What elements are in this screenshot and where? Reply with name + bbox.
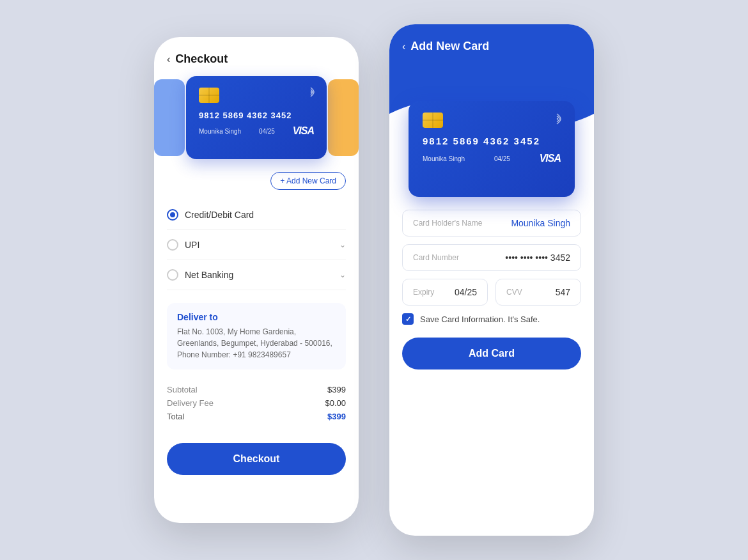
visa-logo: VISA xyxy=(293,125,314,137)
checkout-btn-container: Checkout xyxy=(154,433,359,493)
card-number-label: Card Number xyxy=(413,253,459,262)
add-card-title: Add New Card xyxy=(410,40,489,53)
subtotal-label: Subtotal xyxy=(167,385,198,394)
deliver-title: Deliver to xyxy=(177,312,336,322)
payment-option-netbanking[interactable]: Net Banking ⌄ xyxy=(167,260,346,290)
radio-netbanking xyxy=(167,269,178,281)
add-card-back-button[interactable]: ‹ xyxy=(402,41,405,52)
upi-label: UPI xyxy=(185,240,199,250)
card-number-value: •••• •••• •••• 3452 xyxy=(505,253,570,263)
card-number-field[interactable]: Card Number •••• •••• •••• 3452 xyxy=(402,244,581,271)
total-label: Total xyxy=(167,412,184,421)
card-carousel: 9812 5869 4362 3452 Mounika Singh 04/25 … xyxy=(154,76,359,167)
contactless-icon xyxy=(304,85,318,102)
netbanking-chevron-icon: ⌄ xyxy=(339,270,346,279)
holder-name-label: Card Holder's Name xyxy=(413,219,482,228)
holder-name-field[interactable]: Card Holder's Name Mounika Singh xyxy=(402,210,581,237)
save-card-checkbox[interactable] xyxy=(402,313,414,325)
expiry-value: 04/25 xyxy=(455,287,477,297)
cvv-label: CVV xyxy=(506,288,522,297)
add-new-card-area: + Add New Card xyxy=(154,167,359,195)
back-button[interactable]: ‹ xyxy=(167,54,170,65)
card-peek-left[interactable] xyxy=(154,79,185,156)
card-name-display: Mounika Singh xyxy=(199,128,241,135)
netbanking-label: Net Banking xyxy=(185,270,233,280)
add-new-card-button[interactable]: + Add New Card xyxy=(270,172,346,190)
add-card-contactless-icon xyxy=(549,111,565,130)
card-overlap-area: 9812 5869 4362 3452 Mounika Singh 04/25 … xyxy=(402,101,581,197)
delivery-fee-row: Delivery Fee $0.00 xyxy=(167,398,346,408)
card-peek-right[interactable] xyxy=(328,79,359,156)
deliver-section: Deliver to Flat No. 1003, My Home Garden… xyxy=(167,303,346,369)
credit-card-main[interactable]: 9812 5869 4362 3452 Mounika Singh 04/25 … xyxy=(186,76,327,159)
save-card-label: Save Card Information. It's Safe. xyxy=(420,315,540,324)
save-card-row[interactable]: Save Card Information. It's Safe. xyxy=(402,313,581,325)
checkout-title: Checkout xyxy=(175,52,228,66)
order-summary: Subtotal $399 Delivery Fee $0.00 Total $… xyxy=(154,377,359,433)
checkout-phone: ‹ Checkout 9812 5869 4362 3452 xyxy=(154,37,359,523)
radio-credit-selected xyxy=(167,209,178,221)
add-card-name-display: Mounika Singh xyxy=(423,155,465,162)
radio-upi xyxy=(167,239,178,251)
add-card-phone: ‹ Add New Card xyxy=(389,24,594,536)
card-number-display: 9812 5869 4362 3452 xyxy=(199,111,314,120)
cvv-value: 547 xyxy=(556,287,570,297)
expiry-label: Expiry xyxy=(413,288,434,297)
card-expiry-display: 04/25 xyxy=(259,128,275,135)
total-row: Total $399 xyxy=(167,412,346,421)
expiry-cvv-row: Expiry 04/25 CVV 547 xyxy=(402,279,581,306)
credit-debit-label: Credit/Debit Card xyxy=(185,210,254,220)
holder-name-value: Mounika Singh xyxy=(511,218,570,228)
deliver-address: Flat No. 1003, My Home Gardenia, Greenla… xyxy=(177,326,336,361)
upi-chevron-icon: ⌄ xyxy=(339,240,346,249)
add-card-body: 9812 5869 4362 3452 Mounika Singh 04/25 … xyxy=(389,101,594,385)
subtotal-value: $399 xyxy=(327,385,346,394)
checkout-button[interactable]: Checkout xyxy=(167,443,346,475)
add-card-expiry-display: 04/25 xyxy=(494,155,510,162)
expiry-field[interactable]: Expiry 04/25 xyxy=(402,279,488,306)
add-card-number-display: 9812 5869 4362 3452 xyxy=(423,136,561,146)
total-value: $399 xyxy=(327,412,346,421)
payment-option-credit[interactable]: Credit/Debit Card xyxy=(167,200,346,230)
payment-options: Credit/Debit Card UPI ⌄ Net Banking ⌄ xyxy=(154,195,359,295)
payment-option-upi[interactable]: UPI ⌄ xyxy=(167,230,346,260)
main-container: ‹ Checkout 9812 5869 4362 3452 xyxy=(0,0,748,560)
add-card-visa-logo: VISA xyxy=(540,153,561,164)
subtotal-row: Subtotal $399 xyxy=(167,385,346,394)
add-card-chip xyxy=(423,113,443,128)
chip-icon xyxy=(199,88,219,103)
delivery-fee-label: Delivery Fee xyxy=(167,398,214,408)
delivery-fee-value: $0.00 xyxy=(325,398,346,408)
checkout-header: ‹ Checkout xyxy=(154,37,359,76)
add-card-header: ‹ Add New Card xyxy=(402,40,581,53)
add-card-credit-card: 9812 5869 4362 3452 Mounika Singh 04/25 … xyxy=(409,101,575,197)
add-card-button[interactable]: Add Card xyxy=(402,338,581,369)
cvv-field[interactable]: CVV 547 xyxy=(495,279,581,306)
